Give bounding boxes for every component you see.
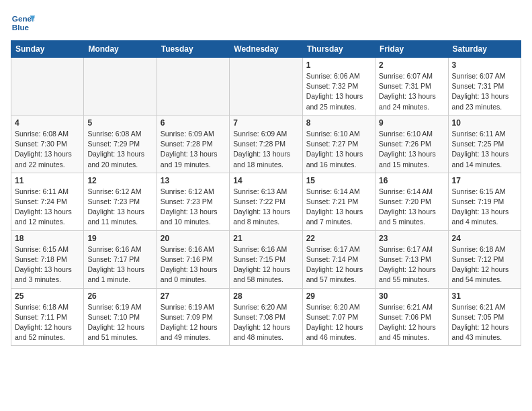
day-info: Sunrise: 6:16 AM Sunset: 7:15 PM Dayligh… [233,244,298,285]
day-cell: 29Sunrise: 6:20 AM Sunset: 7:07 PM Dayli… [302,288,375,346]
day-cell [84,58,157,116]
day-info: Sunrise: 6:20 AM Sunset: 7:07 PM Dayligh… [306,302,371,343]
day-number: 28 [233,291,298,301]
header: General Blue [11,11,521,35]
day-cell: 8Sunrise: 6:10 AM Sunset: 7:27 PM Daylig… [302,115,375,173]
day-cell: 31Sunrise: 6:21 AM Sunset: 7:05 PM Dayli… [448,288,521,346]
day-info: Sunrise: 6:11 AM Sunset: 7:24 PM Dayligh… [15,187,80,228]
day-number: 25 [15,291,80,301]
day-info: Sunrise: 6:09 AM Sunset: 7:28 PM Dayligh… [233,129,298,170]
day-cell: 21Sunrise: 6:16 AM Sunset: 7:15 PM Dayli… [230,230,302,288]
day-number: 20 [161,234,226,243]
day-cell: 30Sunrise: 6:21 AM Sunset: 7:06 PM Dayli… [375,288,448,346]
day-cell: 18Sunrise: 6:15 AM Sunset: 7:18 PM Dayli… [11,230,84,288]
day-info: Sunrise: 6:09 AM Sunset: 7:28 PM Dayligh… [161,129,226,170]
day-info: Sunrise: 6:17 AM Sunset: 7:13 PM Dayligh… [379,244,444,285]
day-number: 4 [15,118,80,128]
day-cell: 6Sunrise: 6:09 AM Sunset: 7:28 PM Daylig… [157,115,229,173]
day-cell [157,58,229,116]
day-number: 27 [161,291,226,301]
day-info: Sunrise: 6:18 AM Sunset: 7:11 PM Dayligh… [15,302,80,343]
day-info: Sunrise: 6:08 AM Sunset: 7:30 PM Dayligh… [15,129,80,170]
calendar: SundayMondayTuesdayWednesdayThursdayFrid… [11,40,521,346]
day-number: 9 [379,118,444,128]
day-cell: 23Sunrise: 6:17 AM Sunset: 7:13 PM Dayli… [375,230,448,288]
day-cell: 14Sunrise: 6:13 AM Sunset: 7:22 PM Dayli… [230,173,302,230]
day-number: 2 [379,60,444,70]
day-cell: 28Sunrise: 6:20 AM Sunset: 7:08 PM Dayli… [230,288,302,346]
day-info: Sunrise: 6:13 AM Sunset: 7:22 PM Dayligh… [233,187,298,228]
day-info: Sunrise: 6:12 AM Sunset: 7:23 PM Dayligh… [161,187,226,228]
day-number: 31 [452,291,517,301]
day-number: 12 [87,176,152,185]
day-cell: 26Sunrise: 6:19 AM Sunset: 7:10 PM Dayli… [84,288,157,346]
day-number: 23 [379,234,444,243]
day-info: Sunrise: 6:14 AM Sunset: 7:20 PM Dayligh… [379,187,444,228]
day-info: Sunrise: 6:21 AM Sunset: 7:06 PM Dayligh… [379,302,444,343]
day-number: 14 [233,176,298,185]
day-info: Sunrise: 6:08 AM Sunset: 7:29 PM Dayligh… [87,129,152,170]
day-number: 7 [233,118,298,128]
day-number: 8 [306,118,371,128]
weekday-header-sunday: Sunday [11,41,84,58]
weekday-header-thursday: Thursday [302,41,375,58]
day-cell: 11Sunrise: 6:11 AM Sunset: 7:24 PM Dayli… [11,173,84,230]
day-cell: 22Sunrise: 6:17 AM Sunset: 7:14 PM Dayli… [302,230,375,288]
day-number: 24 [452,234,517,243]
day-cell: 2Sunrise: 6:07 AM Sunset: 7:31 PM Daylig… [375,58,448,116]
day-cell: 9Sunrise: 6:10 AM Sunset: 7:26 PM Daylig… [375,115,448,173]
logo-icon: General Blue [11,11,35,35]
day-cell: 16Sunrise: 6:14 AM Sunset: 7:20 PM Dayli… [375,173,448,230]
day-info: Sunrise: 6:12 AM Sunset: 7:23 PM Dayligh… [87,187,152,228]
day-number: 30 [379,291,444,301]
day-cell: 17Sunrise: 6:15 AM Sunset: 7:19 PM Dayli… [448,173,521,230]
week-row-2: 4Sunrise: 6:08 AM Sunset: 7:30 PM Daylig… [11,115,521,173]
day-cell: 24Sunrise: 6:18 AM Sunset: 7:12 PM Dayli… [448,230,521,288]
day-number: 16 [379,176,444,185]
day-number: 3 [452,60,517,70]
day-cell: 10Sunrise: 6:11 AM Sunset: 7:25 PM Dayli… [448,115,521,173]
day-info: Sunrise: 6:07 AM Sunset: 7:31 PM Dayligh… [379,71,444,112]
day-number: 22 [306,234,371,243]
day-info: Sunrise: 6:20 AM Sunset: 7:08 PM Dayligh… [233,302,298,343]
day-number: 11 [15,176,80,185]
day-cell [230,58,302,116]
day-info: Sunrise: 6:10 AM Sunset: 7:26 PM Dayligh… [379,129,444,170]
day-cell: 13Sunrise: 6:12 AM Sunset: 7:23 PM Dayli… [157,173,229,230]
day-cell [11,58,84,116]
day-info: Sunrise: 6:06 AM Sunset: 7:32 PM Dayligh… [306,71,371,112]
day-info: Sunrise: 6:16 AM Sunset: 7:16 PM Dayligh… [161,244,226,285]
week-row-4: 18Sunrise: 6:15 AM Sunset: 7:18 PM Dayli… [11,230,521,288]
day-number: 19 [87,234,152,243]
weekday-header-monday: Monday [84,41,157,58]
day-number: 10 [452,118,517,128]
day-cell: 12Sunrise: 6:12 AM Sunset: 7:23 PM Dayli… [84,173,157,230]
weekday-header-tuesday: Tuesday [157,41,229,58]
day-cell: 3Sunrise: 6:07 AM Sunset: 7:31 PM Daylig… [448,58,521,116]
day-cell: 5Sunrise: 6:08 AM Sunset: 7:29 PM Daylig… [84,115,157,173]
day-cell: 27Sunrise: 6:19 AM Sunset: 7:09 PM Dayli… [157,288,229,346]
day-info: Sunrise: 6:18 AM Sunset: 7:12 PM Dayligh… [452,244,517,285]
day-info: Sunrise: 6:07 AM Sunset: 7:31 PM Dayligh… [452,71,517,112]
day-info: Sunrise: 6:19 AM Sunset: 7:09 PM Dayligh… [161,302,226,343]
day-number: 5 [87,118,152,128]
week-row-3: 11Sunrise: 6:11 AM Sunset: 7:24 PM Dayli… [11,173,521,230]
weekday-header-saturday: Saturday [448,41,521,58]
week-row-5: 25Sunrise: 6:18 AM Sunset: 7:11 PM Dayli… [11,288,521,346]
svg-text:Blue: Blue [12,23,30,32]
day-number: 26 [87,291,152,301]
day-cell: 4Sunrise: 6:08 AM Sunset: 7:30 PM Daylig… [11,115,84,173]
day-info: Sunrise: 6:16 AM Sunset: 7:17 PM Dayligh… [87,244,152,285]
weekday-header-row: SundayMondayTuesdayWednesdayThursdayFrid… [11,41,521,58]
day-number: 6 [161,118,226,128]
day-cell: 15Sunrise: 6:14 AM Sunset: 7:21 PM Dayli… [302,173,375,230]
day-number: 29 [306,291,371,301]
day-number: 15 [306,176,371,185]
day-info: Sunrise: 6:15 AM Sunset: 7:19 PM Dayligh… [452,187,517,228]
logo: General Blue [11,11,38,35]
day-info: Sunrise: 6:17 AM Sunset: 7:14 PM Dayligh… [306,244,371,285]
day-number: 13 [161,176,226,185]
day-info: Sunrise: 6:19 AM Sunset: 7:10 PM Dayligh… [87,302,152,343]
day-number: 17 [452,176,517,185]
day-cell: 19Sunrise: 6:16 AM Sunset: 7:17 PM Dayli… [84,230,157,288]
